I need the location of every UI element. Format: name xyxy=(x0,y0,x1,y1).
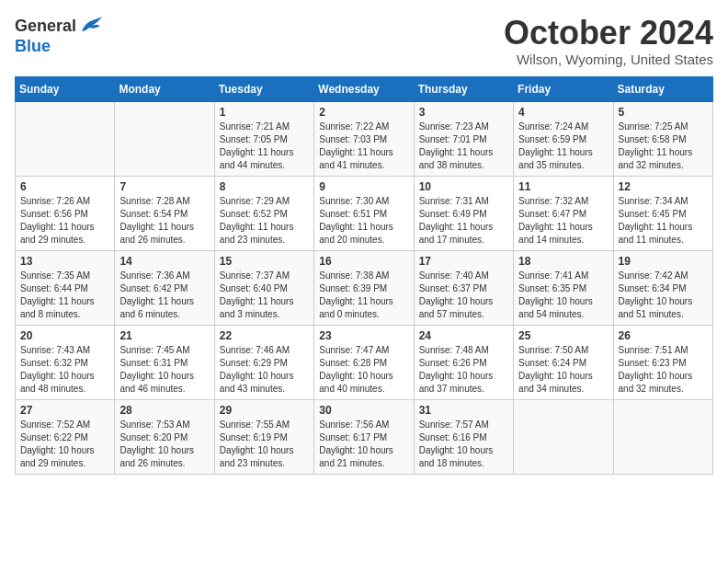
location-text: Wilson, Wyoming, United States xyxy=(504,52,713,67)
day-number: 29 xyxy=(220,404,309,417)
day-info: Sunrise: 7:53 AM Sunset: 6:20 PM Dayligh… xyxy=(119,419,209,470)
calendar-cell: 10Sunrise: 7:31 AM Sunset: 6:49 PM Dayli… xyxy=(414,176,513,250)
day-number: 22 xyxy=(220,329,309,342)
page-header: General Blue October 2024 Wilson, Wyomin… xyxy=(15,15,713,67)
day-number: 26 xyxy=(619,329,708,342)
calendar-cell: 16Sunrise: 7:38 AM Sunset: 6:39 PM Dayli… xyxy=(314,250,414,325)
day-info: Sunrise: 7:48 AM Sunset: 6:26 PM Dayligh… xyxy=(419,344,508,396)
day-number: 23 xyxy=(319,329,408,342)
day-info: Sunrise: 7:40 AM Sunset: 6:37 PM Dayligh… xyxy=(419,270,508,321)
calendar-cell xyxy=(514,399,613,474)
day-info: Sunrise: 7:56 AM Sunset: 6:17 PM Dayligh… xyxy=(319,419,408,470)
calendar-cell: 20Sunrise: 7:43 AM Sunset: 6:32 PM Dayli… xyxy=(16,325,115,399)
weekday-header: Friday xyxy=(514,76,613,101)
calendar-cell: 29Sunrise: 7:55 AM Sunset: 6:19 PM Dayli… xyxy=(214,399,313,474)
calendar-table: SundayMondayTuesdayWednesdayThursdayFrid… xyxy=(15,76,713,475)
calendar-week-row: 13Sunrise: 7:35 AM Sunset: 6:44 PM Dayli… xyxy=(16,250,713,325)
day-number: 18 xyxy=(518,255,608,268)
calendar-cell: 15Sunrise: 7:37 AM Sunset: 6:40 PM Dayli… xyxy=(214,250,313,325)
calendar-cell: 24Sunrise: 7:48 AM Sunset: 6:26 PM Dayli… xyxy=(414,325,513,399)
day-number: 7 xyxy=(119,180,209,193)
day-info: Sunrise: 7:28 AM Sunset: 6:54 PM Dayligh… xyxy=(119,195,209,247)
calendar-cell xyxy=(115,101,214,176)
calendar-cell xyxy=(16,101,115,176)
calendar-week-row: 20Sunrise: 7:43 AM Sunset: 6:32 PM Dayli… xyxy=(16,325,713,399)
calendar-cell: 31Sunrise: 7:57 AM Sunset: 6:16 PM Dayli… xyxy=(414,399,513,474)
weekday-header: Sunday xyxy=(16,76,115,101)
day-info: Sunrise: 7:57 AM Sunset: 6:16 PM Dayligh… xyxy=(419,419,508,470)
day-info: Sunrise: 7:24 AM Sunset: 6:59 PM Dayligh… xyxy=(518,121,608,172)
day-info: Sunrise: 7:43 AM Sunset: 6:32 PM Dayligh… xyxy=(20,344,109,396)
day-info: Sunrise: 7:26 AM Sunset: 6:56 PM Dayligh… xyxy=(20,195,109,247)
day-number: 1 xyxy=(220,106,309,119)
month-title: October 2024 xyxy=(504,15,713,52)
day-info: Sunrise: 7:41 AM Sunset: 6:35 PM Dayligh… xyxy=(518,270,608,321)
day-info: Sunrise: 7:35 AM Sunset: 6:44 PM Dayligh… xyxy=(20,270,109,321)
day-number: 27 xyxy=(20,404,109,417)
calendar-week-row: 1Sunrise: 7:21 AM Sunset: 7:05 PM Daylig… xyxy=(16,101,713,176)
day-info: Sunrise: 7:31 AM Sunset: 6:49 PM Dayligh… xyxy=(419,195,508,247)
calendar-cell: 21Sunrise: 7:45 AM Sunset: 6:31 PM Dayli… xyxy=(115,325,214,399)
day-number: 16 xyxy=(319,255,408,268)
calendar-cell: 11Sunrise: 7:32 AM Sunset: 6:47 PM Dayli… xyxy=(514,176,613,250)
day-info: Sunrise: 7:47 AM Sunset: 6:28 PM Dayligh… xyxy=(319,344,408,396)
calendar-cell: 7Sunrise: 7:28 AM Sunset: 6:54 PM Daylig… xyxy=(115,176,214,250)
day-number: 4 xyxy=(518,106,608,119)
day-info: Sunrise: 7:37 AM Sunset: 6:40 PM Dayligh… xyxy=(220,270,309,321)
calendar-cell: 25Sunrise: 7:50 AM Sunset: 6:24 PM Dayli… xyxy=(514,325,613,399)
day-number: 17 xyxy=(419,255,508,268)
weekday-header: Monday xyxy=(115,76,214,101)
day-info: Sunrise: 7:30 AM Sunset: 6:51 PM Dayligh… xyxy=(319,195,408,247)
day-number: 10 xyxy=(419,180,508,193)
day-info: Sunrise: 7:42 AM Sunset: 6:34 PM Dayligh… xyxy=(619,270,708,321)
day-number: 14 xyxy=(119,255,209,268)
calendar-cell: 23Sunrise: 7:47 AM Sunset: 6:28 PM Dayli… xyxy=(314,325,414,399)
day-number: 6 xyxy=(20,180,109,193)
day-number: 15 xyxy=(220,255,309,268)
calendar-cell: 5Sunrise: 7:25 AM Sunset: 6:58 PM Daylig… xyxy=(613,101,712,176)
day-info: Sunrise: 7:21 AM Sunset: 7:05 PM Dayligh… xyxy=(220,121,309,172)
calendar-cell: 17Sunrise: 7:40 AM Sunset: 6:37 PM Dayli… xyxy=(414,250,513,325)
day-number: 9 xyxy=(319,180,408,193)
calendar-cell: 6Sunrise: 7:26 AM Sunset: 6:56 PM Daylig… xyxy=(16,176,115,250)
day-info: Sunrise: 7:25 AM Sunset: 6:58 PM Dayligh… xyxy=(619,121,708,172)
day-number: 12 xyxy=(619,180,708,193)
calendar-cell: 12Sunrise: 7:34 AM Sunset: 6:45 PM Dayli… xyxy=(613,176,712,250)
calendar-cell: 19Sunrise: 7:42 AM Sunset: 6:34 PM Dayli… xyxy=(613,250,712,325)
calendar-header-row: SundayMondayTuesdayWednesdayThursdayFrid… xyxy=(16,76,713,101)
day-info: Sunrise: 7:46 AM Sunset: 6:29 PM Dayligh… xyxy=(220,344,309,396)
calendar-cell: 27Sunrise: 7:52 AM Sunset: 6:22 PM Dayli… xyxy=(16,399,115,474)
title-section: October 2024 Wilson, Wyoming, United Sta… xyxy=(504,15,713,67)
day-info: Sunrise: 7:45 AM Sunset: 6:31 PM Dayligh… xyxy=(119,344,209,396)
day-number: 20 xyxy=(20,329,109,342)
day-number: 30 xyxy=(319,404,408,417)
day-info: Sunrise: 7:34 AM Sunset: 6:45 PM Dayligh… xyxy=(619,195,708,247)
day-info: Sunrise: 7:22 AM Sunset: 7:03 PM Dayligh… xyxy=(319,121,408,172)
calendar-cell: 28Sunrise: 7:53 AM Sunset: 6:20 PM Dayli… xyxy=(115,399,214,474)
logo: General Blue xyxy=(15,15,104,56)
day-number: 2 xyxy=(319,106,408,119)
day-info: Sunrise: 7:55 AM Sunset: 6:19 PM Dayligh… xyxy=(220,419,309,470)
weekday-header: Saturday xyxy=(613,76,712,101)
day-number: 3 xyxy=(419,106,508,119)
calendar-cell: 3Sunrise: 7:23 AM Sunset: 7:01 PM Daylig… xyxy=(414,101,513,176)
day-info: Sunrise: 7:50 AM Sunset: 6:24 PM Dayligh… xyxy=(518,344,608,396)
day-info: Sunrise: 7:36 AM Sunset: 6:42 PM Dayligh… xyxy=(119,270,209,321)
logo-bird-icon xyxy=(78,15,104,37)
day-number: 11 xyxy=(518,180,608,193)
day-info: Sunrise: 7:51 AM Sunset: 6:23 PM Dayligh… xyxy=(619,344,708,396)
day-info: Sunrise: 7:23 AM Sunset: 7:01 PM Dayligh… xyxy=(419,121,508,172)
day-number: 5 xyxy=(619,106,708,119)
day-number: 13 xyxy=(20,255,109,268)
calendar-cell: 2Sunrise: 7:22 AM Sunset: 7:03 PM Daylig… xyxy=(314,101,414,176)
weekday-header: Tuesday xyxy=(214,76,313,101)
calendar-cell xyxy=(613,399,712,474)
logo-general-text: General xyxy=(15,17,76,36)
weekday-header: Wednesday xyxy=(314,76,414,101)
day-number: 8 xyxy=(220,180,309,193)
calendar-cell: 22Sunrise: 7:46 AM Sunset: 6:29 PM Dayli… xyxy=(214,325,313,399)
day-number: 21 xyxy=(119,329,209,342)
day-info: Sunrise: 7:32 AM Sunset: 6:47 PM Dayligh… xyxy=(518,195,608,247)
calendar-cell: 1Sunrise: 7:21 AM Sunset: 7:05 PM Daylig… xyxy=(214,101,313,176)
day-number: 25 xyxy=(518,329,608,342)
